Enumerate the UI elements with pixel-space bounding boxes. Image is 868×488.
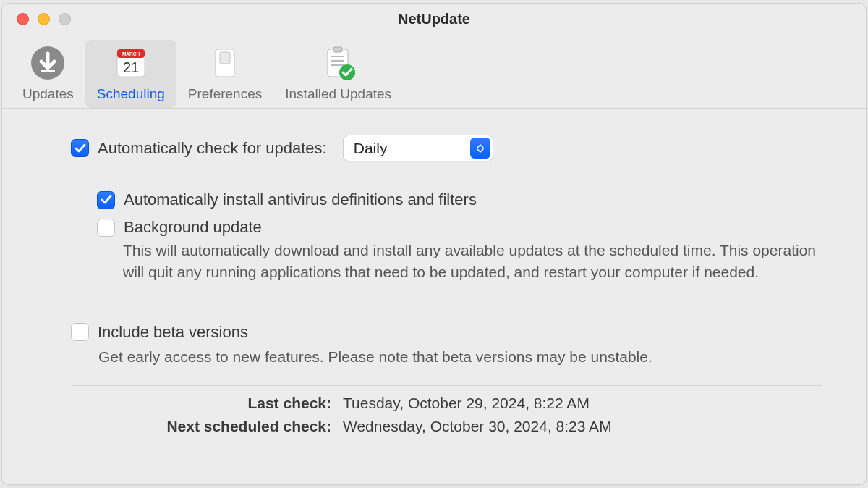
auto-check-label: Automatically check for updates: bbox=[98, 139, 327, 158]
svg-rect-9 bbox=[333, 47, 342, 52]
auto-install-defs-checkbox[interactable] bbox=[97, 191, 115, 209]
toolbar: Updates MARCH 21 Scheduling Preferences bbox=[2, 34, 866, 109]
tab-preferences-label: Preferences bbox=[188, 86, 262, 102]
tab-installed-updates-label: Installed Updates bbox=[285, 86, 391, 102]
divider bbox=[71, 385, 822, 386]
include-beta-desc: Get early access to new features. Please… bbox=[71, 346, 822, 368]
last-check-value: Tuesday, October 29, 2024, 8:22 AM bbox=[343, 395, 822, 412]
frequency-select[interactable]: Daily bbox=[343, 135, 493, 161]
auto-install-defs-row: Automatically install antivirus definiti… bbox=[97, 190, 822, 209]
tab-installed-updates[interactable]: Installed Updates bbox=[273, 40, 403, 108]
tab-updates-label: Updates bbox=[22, 86, 74, 102]
clipboard-check-icon bbox=[318, 43, 359, 83]
tab-scheduling-label: Scheduling bbox=[97, 86, 165, 102]
auto-check-row: Automatically check for updates: Daily bbox=[71, 135, 822, 161]
status-grid: Last check: Tuesday, October 29, 2024, 8… bbox=[71, 395, 822, 435]
preferences-window: NetUpdate Updates MARCH 21 bbox=[1, 3, 867, 485]
next-check-value: Wednesday, October 30, 2024, 8:23 AM bbox=[343, 418, 822, 435]
include-beta-checkbox[interactable] bbox=[71, 323, 89, 341]
include-beta-row: Include beta versions bbox=[71, 323, 822, 342]
calendar-icon: MARCH 21 bbox=[111, 43, 151, 83]
switch-icon bbox=[205, 43, 245, 83]
svg-rect-7 bbox=[220, 52, 230, 64]
svg-rect-1 bbox=[41, 70, 55, 72]
tab-preferences[interactable]: Preferences bbox=[176, 40, 273, 108]
window-title: NetUpdate bbox=[2, 11, 866, 28]
auto-check-checkbox[interactable] bbox=[71, 139, 89, 157]
dropdown-stepper-icon bbox=[470, 138, 490, 159]
scheduling-panel: Automatically check for updates: Daily A… bbox=[2, 109, 866, 484]
auto-install-defs-label: Automatically install antivirus definiti… bbox=[124, 190, 477, 209]
next-check-label: Next scheduled check: bbox=[71, 418, 331, 435]
last-check-label: Last check: bbox=[71, 395, 331, 412]
svg-text:21: 21 bbox=[123, 59, 139, 75]
frequency-value: Daily bbox=[354, 140, 388, 157]
titlebar: NetUpdate bbox=[2, 4, 866, 34]
svg-text:MARCH: MARCH bbox=[122, 51, 140, 56]
include-beta-label: Include beta versions bbox=[98, 323, 248, 342]
background-update-row: Background update bbox=[97, 218, 822, 237]
background-update-label: Background update bbox=[124, 218, 262, 237]
background-update-checkbox[interactable] bbox=[97, 219, 115, 237]
download-icon bbox=[27, 43, 68, 83]
tab-updates[interactable]: Updates bbox=[11, 40, 85, 108]
tab-scheduling[interactable]: MARCH 21 Scheduling bbox=[85, 40, 176, 108]
background-update-desc: This will automatically download and ins… bbox=[97, 240, 822, 284]
